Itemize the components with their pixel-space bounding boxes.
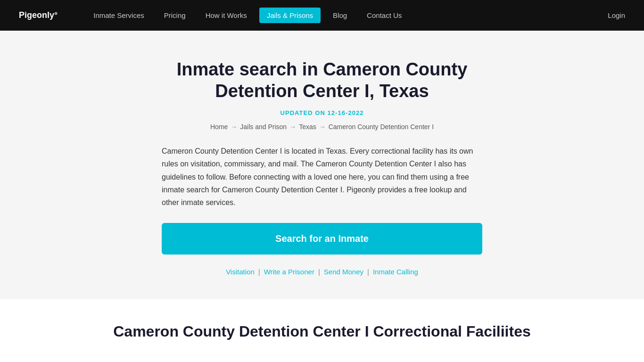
breadcrumb-arrow-3: → xyxy=(319,123,326,131)
hero-section: Inmate search in Cameron County Detentio… xyxy=(0,31,644,299)
breadcrumb-arrow-2: → xyxy=(289,123,296,131)
site-logo[interactable]: Pigeonly° xyxy=(19,10,58,20)
nav-how-it-works[interactable]: How it Works xyxy=(198,8,255,23)
facility-description: Cameron County Detention Center I is loc… xyxy=(162,145,482,209)
login-button[interactable]: Login xyxy=(608,11,625,19)
nav-contact-us[interactable]: Contact Us xyxy=(359,8,409,23)
breadcrumb-home[interactable]: Home xyxy=(210,123,228,131)
write-prisoner-link[interactable]: Write a Prisoner xyxy=(264,268,314,276)
nav-pricing[interactable]: Pricing xyxy=(157,8,193,23)
navbar: Pigeonly° Inmate Services Pricing How it… xyxy=(0,0,644,31)
breadcrumb: Home → Jails and Prison → Texas → Camero… xyxy=(9,123,635,131)
nav-links: Inmate Services Pricing How it Works Jai… xyxy=(86,8,608,23)
nav-jails-prisons[interactable]: Jails & Prisons xyxy=(259,8,321,23)
breadcrumb-state[interactable]: Texas xyxy=(299,123,316,131)
breadcrumb-arrow-1: → xyxy=(231,123,237,131)
service-links: Visitation | Write a Prisoner | Send Mon… xyxy=(9,268,635,276)
send-money-link[interactable]: Send Money xyxy=(324,268,363,276)
sep-2: | xyxy=(318,268,320,276)
facilities-section: Cameron County Detention Center I Correc… xyxy=(0,299,644,362)
visitation-link[interactable]: Visitation xyxy=(226,268,255,276)
breadcrumb-jails[interactable]: Jails and Prison xyxy=(240,123,287,131)
inmate-calling-link[interactable]: Inmate Calling xyxy=(373,268,418,276)
sep-1: | xyxy=(258,268,260,276)
breadcrumb-facility: Cameron County Detention Center I xyxy=(329,123,434,131)
updated-date: UPDATED ON 12-16-2022 xyxy=(9,109,635,116)
nav-inmate-services[interactable]: Inmate Services xyxy=(86,8,152,23)
facilities-title: Cameron County Detention Center I Correc… xyxy=(19,323,625,340)
nav-blog[interactable]: Blog xyxy=(325,8,355,23)
sep-3: | xyxy=(367,268,369,276)
search-inmate-button[interactable]: Search for an Inmate xyxy=(162,223,482,255)
page-title: Inmate search in Cameron County Detentio… xyxy=(138,59,506,102)
